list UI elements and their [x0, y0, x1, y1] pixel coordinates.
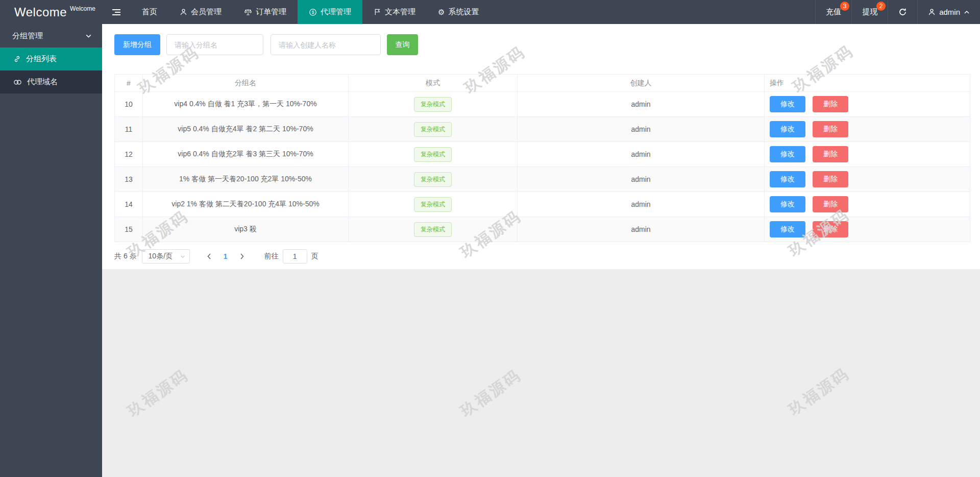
- edit-button[interactable]: 修改: [770, 121, 805, 137]
- watermark: 玖福源码: [457, 365, 526, 422]
- creator-name-input[interactable]: [271, 34, 381, 55]
- mode-badge: 复杂模式: [414, 122, 452, 137]
- watermark: 玖福源码: [124, 365, 193, 422]
- cell-operations: 修改 删除: [765, 192, 970, 217]
- table-row: 10 vip4 0.4% 自做 養1 充3單，第一天 10%-70% 复杂模式 …: [115, 92, 970, 117]
- user-menu[interactable]: admin: [917, 0, 980, 24]
- watermark: 玖福源码: [785, 363, 854, 420]
- cell-group-name: 1% 客做 第一天養20-100 充2單 10%-50%: [143, 167, 349, 192]
- cell-group-name: vip4 0.4% 自做 養1 充3單，第一天 10%-70%: [143, 92, 349, 117]
- person-icon: [180, 8, 187, 16]
- withdraw-badge: 2: [876, 2, 886, 11]
- groups-table: # 分组名 模式 创建人 操作 10 vip4 0.4% 自做 養1 充3單，第…: [114, 74, 970, 242]
- edit-button[interactable]: 修改: [770, 196, 805, 212]
- table-header-row: # 分组名 模式 创建人 操作: [115, 75, 970, 92]
- current-page[interactable]: 1: [217, 252, 234, 260]
- sidebar-item-group-list[interactable]: 分组列表: [0, 47, 102, 70]
- cell-group-name: vip2 1% 客做 第二天養20-100 充4單 10%-50%: [143, 192, 349, 217]
- cell-id: 15: [115, 217, 143, 242]
- withdraw-label: 提现: [862, 7, 877, 17]
- gear-icon: ⚙: [438, 8, 445, 16]
- cell-creator: admin: [518, 142, 765, 167]
- cell-operations: 修改 删除: [765, 142, 970, 167]
- username: admin: [939, 8, 960, 16]
- nav-item-home[interactable]: 首页: [131, 0, 168, 24]
- search-button[interactable]: 查询: [387, 34, 418, 55]
- edit-button[interactable]: 修改: [770, 96, 805, 112]
- money-circle-icon: $: [309, 8, 317, 16]
- table-row: 11 vip5 0.4% 自做充4單 養2 第二天 10%-70% 复杂模式 a…: [115, 117, 970, 142]
- nav-item-members[interactable]: 会员管理: [168, 0, 233, 24]
- main-menu: 首页 会员管理 订单管理 $ 代理管理 文本管理 ⚙: [131, 0, 490, 24]
- delete-button[interactable]: 删除: [813, 171, 848, 187]
- delete-button[interactable]: 删除: [813, 221, 848, 237]
- header-mode: 模式: [349, 75, 518, 92]
- table-row: 14 vip2 1% 客做 第二天養20-100 充4單 10%-50% 复杂模…: [115, 192, 970, 217]
- delete-button[interactable]: 删除: [813, 121, 848, 137]
- sidebar-submenu: 分组列表 代理域名: [0, 47, 102, 93]
- cell-operations: 修改 删除: [765, 217, 970, 242]
- hamburger-icon: [112, 9, 121, 16]
- mode-badge: 复杂模式: [414, 97, 452, 112]
- cell-creator: admin: [518, 117, 765, 142]
- table-row: 13 1% 客做 第一天養20-100 充2單 10%-50% 复杂模式 adm…: [115, 167, 970, 192]
- content-panel: 新增分组 查询 # 分组名 模式 创建人 操作 10 vip4 0.4% 自做 …: [102, 24, 980, 269]
- sidebar-item-label: 代理域名: [27, 77, 58, 87]
- next-page-button[interactable]: [234, 249, 250, 264]
- flag-icon: [374, 8, 381, 16]
- mode-badge: 复杂模式: [414, 222, 452, 237]
- nav-item-settings[interactable]: ⚙ 系统设置: [427, 0, 490, 24]
- nav-item-text[interactable]: 文本管理: [362, 0, 427, 24]
- logo-title: Welcome: [14, 5, 67, 19]
- nav-item-agents[interactable]: $ 代理管理: [298, 0, 362, 24]
- cell-mode: 复杂模式: [349, 217, 518, 242]
- page-unit-label: 页: [311, 252, 318, 261]
- header-id: #: [115, 75, 143, 92]
- prev-page-button[interactable]: [201, 249, 217, 264]
- cell-creator: admin: [518, 217, 765, 242]
- page-size-value: 10条/页: [149, 252, 173, 261]
- sidebar-group-management[interactable]: 分组管理: [0, 24, 102, 47]
- scale-icon: [244, 8, 252, 16]
- cell-mode: 复杂模式: [349, 192, 518, 217]
- withdraw-button[interactable]: 提现 2: [851, 0, 888, 24]
- cell-id: 13: [115, 167, 143, 192]
- cell-group-name: vip6 0.4% 自做充2單 養3 第三天 10%-70%: [143, 142, 349, 167]
- cell-creator: admin: [518, 167, 765, 192]
- app-logo: Welcome Welcome: [0, 0, 102, 24]
- chevron-down-icon: [85, 34, 92, 38]
- mode-badge: 复杂模式: [414, 172, 452, 187]
- nav-item-label: 订单管理: [256, 7, 286, 17]
- edit-button[interactable]: 修改: [770, 146, 805, 162]
- sidebar-item-label: 分组列表: [26, 54, 57, 64]
- edit-button[interactable]: 修改: [770, 171, 805, 187]
- delete-button[interactable]: 删除: [813, 146, 848, 162]
- cell-id: 11: [115, 117, 143, 142]
- delete-button[interactable]: 删除: [813, 196, 848, 212]
- refresh-button[interactable]: [888, 0, 917, 24]
- header-operations: 操作: [765, 75, 970, 92]
- delete-button[interactable]: 删除: [813, 96, 848, 112]
- sidebar-collapse-button[interactable]: [102, 0, 131, 24]
- toolbar: 新增分组 查询: [114, 34, 970, 55]
- logo-subtitle: Welcome: [70, 5, 95, 12]
- goto-label: 前往: [264, 252, 279, 261]
- sidebar-group-label: 分组管理: [12, 31, 43, 41]
- edit-button[interactable]: 修改: [770, 221, 805, 237]
- sidebar-item-agent-domain[interactable]: 代理域名: [0, 70, 102, 93]
- link-icon: [13, 55, 21, 63]
- nav-item-orders[interactable]: 订单管理: [233, 0, 298, 24]
- chevron-up-icon: [964, 10, 970, 14]
- user-icon: [928, 8, 936, 16]
- rings-icon: [13, 79, 22, 85]
- goto-page-input[interactable]: [283, 249, 307, 264]
- cell-id: 14: [115, 192, 143, 217]
- cell-creator: admin: [518, 92, 765, 117]
- header-creator: 创建人: [518, 75, 765, 92]
- page-size-select[interactable]: 10条/页: [142, 249, 190, 264]
- add-group-button[interactable]: 新增分组: [114, 34, 160, 55]
- recharge-button[interactable]: 充值 3: [815, 0, 851, 24]
- group-name-input[interactable]: [166, 34, 263, 55]
- recharge-badge: 3: [840, 2, 849, 11]
- cell-id: 12: [115, 142, 143, 167]
